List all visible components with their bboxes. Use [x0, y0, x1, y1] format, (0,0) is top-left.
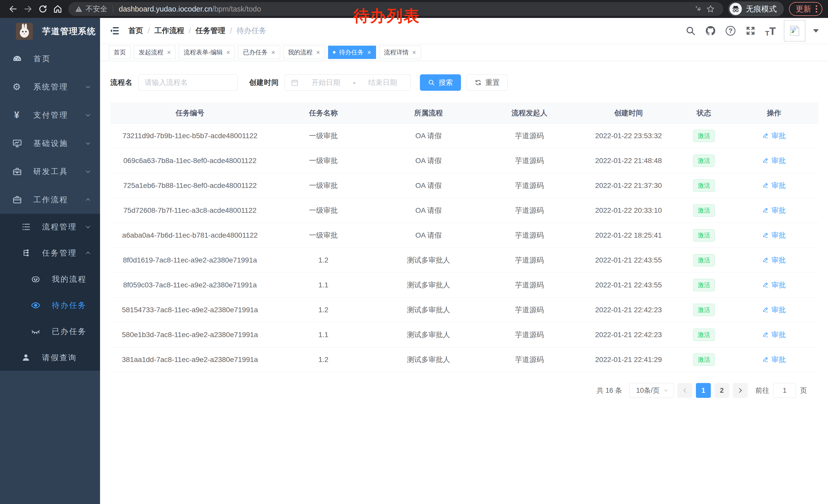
chevron-up-icon: [85, 196, 91, 203]
search-button-label: 搜索: [439, 78, 453, 87]
forward-icon[interactable]: [20, 2, 35, 16]
approve-button[interactable]: 审批: [762, 230, 786, 240]
column-header: 所属流程: [377, 108, 480, 118]
tab-done-tasks[interactable]: 已办任务 ×: [238, 46, 280, 59]
sidebar-item-label: 任务管理: [42, 248, 85, 259]
tab-todo-tasks[interactable]: 待办任务 ×: [328, 46, 376, 59]
task-initiator: 芋道源码: [480, 280, 579, 290]
task-initiator: 芋道源码: [480, 305, 579, 315]
close-icon[interactable]: ×: [226, 49, 230, 56]
app-title: 芋道管理系统: [42, 26, 96, 37]
bookmark-star-icon[interactable]: [704, 3, 717, 15]
approve-button[interactable]: 审批: [762, 131, 786, 141]
sidebar-item-my-process[interactable]: 我的流程: [0, 266, 100, 292]
tab-start-process[interactable]: 发起流程 ×: [134, 46, 176, 59]
goto-label: 前往: [755, 386, 769, 395]
page-size-select[interactable]: 10条/页: [629, 383, 674, 398]
sidebar-item-task-management[interactable]: 任务管理: [0, 240, 100, 266]
reset-button[interactable]: 重置: [466, 74, 508, 91]
tab-label: 我的流程: [288, 48, 313, 56]
avatar-caret-icon[interactable]: [813, 29, 819, 33]
security-warning[interactable]: 不安全: [75, 4, 107, 14]
task-created: 2022-01-22 21:48:48: [579, 156, 678, 165]
close-icon[interactable]: ×: [167, 49, 171, 56]
task-process: 测试多审批人: [377, 280, 480, 290]
sidebar-item-todo-tasks[interactable]: 待办任务: [0, 292, 100, 318]
task-id: 8f0d1619-7ac8-11ec-a9e2-a2380e71991a: [110, 256, 270, 264]
sidebar-item-done-tasks[interactable]: 已办任务: [0, 318, 100, 345]
approve-button[interactable]: 审批: [762, 255, 786, 265]
chevron-down-icon: [663, 387, 669, 394]
goto-page-input[interactable]: [773, 383, 796, 398]
sidebar-item-payment[interactable]: ¥ 支付管理: [0, 101, 100, 129]
breadcrumb-item[interactable]: 首页: [128, 26, 143, 36]
briefcase-icon: [12, 195, 23, 204]
close-icon[interactable]: ×: [316, 49, 320, 56]
browser-menu-icon[interactable]: [816, 5, 817, 12]
approve-button[interactable]: 审批: [762, 330, 786, 340]
sidebar-item-home[interactable]: 首页: [0, 45, 100, 73]
password-key-icon[interactable]: [692, 3, 704, 15]
page-button-1[interactable]: 1: [696, 383, 711, 398]
process-name-input[interactable]: [138, 74, 238, 91]
task-initiator: 芋道源码: [480, 205, 579, 215]
column-header: 流程发起人: [480, 108, 579, 118]
refresh-icon: [474, 79, 482, 86]
close-icon[interactable]: ×: [367, 49, 371, 56]
edit-icon: [762, 356, 769, 363]
prev-page-button[interactable]: [677, 383, 692, 398]
back-icon[interactable]: [6, 2, 20, 16]
tab-process-form-edit[interactable]: 流程表单-编辑 ×: [179, 46, 235, 59]
sidebar-item-label: 基础设施: [33, 138, 85, 149]
chevron-up-icon: [85, 250, 91, 256]
search-button[interactable]: 搜索: [420, 74, 461, 91]
font-size-icon[interactable]: TT: [764, 24, 777, 37]
sidebar-item-workflow[interactable]: 工作流程: [0, 186, 100, 214]
sidebar-item-leave-query[interactable]: 请假查询: [0, 345, 100, 371]
github-icon[interactable]: [704, 24, 717, 37]
edit-icon: [762, 182, 769, 189]
close-icon[interactable]: ×: [412, 49, 416, 56]
sidebar-item-system[interactable]: ⚙ 系统管理: [0, 73, 100, 101]
date-range-picker[interactable]: 开始日期 - 结束日期: [285, 74, 411, 91]
sidebar-item-process-management[interactable]: 流程管理: [0, 214, 100, 240]
sidebar-item-devtools[interactable]: 研发工具: [0, 157, 100, 186]
page-button-2[interactable]: 2: [714, 383, 729, 398]
update-button[interactable]: 更新: [789, 2, 822, 16]
reload-icon[interactable]: [35, 2, 50, 16]
breadcrumb-item[interactable]: 任务管理: [196, 26, 225, 36]
fullscreen-icon[interactable]: [744, 24, 757, 37]
column-header: 操作: [730, 108, 818, 118]
approve-button[interactable]: 审批: [762, 280, 786, 290]
approve-button[interactable]: 审批: [762, 305, 786, 315]
sidebar-fold-icon[interactable]: [109, 26, 120, 36]
table-row: 725a1eb6-7b88-11ec-8ef0-acde48001122 一级审…: [110, 173, 818, 198]
next-page-button[interactable]: [733, 383, 748, 398]
approve-button[interactable]: 审批: [762, 181, 786, 190]
logo-image: [16, 23, 33, 40]
approve-button[interactable]: 审批: [762, 355, 786, 365]
tab-my-process[interactable]: 我的流程 ×: [283, 46, 325, 59]
avatar[interactable]: [784, 20, 805, 42]
help-icon[interactable]: ?: [724, 24, 737, 37]
tab-process-detail[interactable]: 流程详情 ×: [379, 46, 421, 59]
approve-button[interactable]: 审批: [762, 156, 786, 166]
breadcrumb-item[interactable]: 工作流程: [155, 26, 184, 36]
tab-label: 流程详情: [384, 48, 409, 56]
home-icon[interactable]: [50, 2, 65, 16]
app-logo[interactable]: 芋道管理系统: [0, 18, 100, 45]
incognito-badge: 无痕模式: [728, 2, 784, 16]
approve-button[interactable]: 审批: [762, 205, 786, 215]
tab-home[interactable]: 首页: [109, 46, 131, 59]
sidebar-item-infrastructure[interactable]: 基础设施: [0, 129, 100, 157]
tags-view-bar: 首页 发起流程 × 流程表单-编辑 × 已办任务 × 我的流程 × 待办任务 ×: [100, 44, 828, 61]
task-process: 测试多审批人: [377, 355, 480, 365]
page-size-value: 10条/页: [636, 386, 660, 395]
search-icon[interactable]: [684, 24, 697, 37]
table-row: 381aa1dd-7ac8-11ec-a9e2-a2380e71991a 1.2…: [110, 348, 818, 372]
sidebar-item-label: 首页: [33, 54, 91, 64]
task-id: 58154733-7ac8-11ec-a9e2-a2380e71991a: [110, 306, 270, 314]
close-icon[interactable]: ×: [271, 49, 275, 56]
chevron-down-icon: [85, 224, 91, 230]
incognito-icon: [730, 3, 742, 15]
